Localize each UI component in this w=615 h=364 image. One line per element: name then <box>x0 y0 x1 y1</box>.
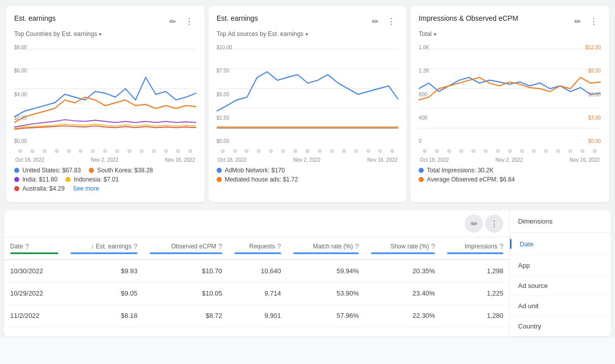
chart-title-3: Impressions & Observed eCPM <box>419 14 518 22</box>
charts-row: Est. earnings ✏ ⋮ Top Countries by Est. … <box>0 0 615 208</box>
help-icon-match[interactable]: ? <box>355 242 359 250</box>
cell-ecpm-1: $10.05 <box>144 282 228 305</box>
legend-row-1b: India: $11.80 Indonesia: $7.01 <box>14 176 196 183</box>
chart-header-1: Est. earnings ✏ ⋮ <box>14 14 196 28</box>
chart-title-1: Est. earnings <box>14 14 56 22</box>
y-axis-3-right: $12.00$9.00$6.00$3.00$0.00 <box>585 44 601 145</box>
chart-subtitle-1[interactable]: Top Countries by Est. earnings ▾ <box>14 30 196 38</box>
subtitle-dropdown-2: ▾ <box>305 31 308 37</box>
cell-requests-2: 9,901 <box>228 305 287 327</box>
dimension-item-ad-source[interactable]: Ad source <box>510 276 611 296</box>
legend-item-us: United States: $67.83 <box>14 167 81 174</box>
sort-icon-earnings: ↓ <box>91 243 94 250</box>
cell-match-2: 57.96% <box>287 305 365 327</box>
table-edit-button[interactable]: ✏ <box>465 214 483 233</box>
y-axis-1: $8.00$6.00$4.00$2.00$0.00 <box>14 44 27 145</box>
edit-button-2[interactable]: ✏ <box>368 14 382 28</box>
data-table: Date ? ↓ Est. earnings ? <box>4 237 509 327</box>
legend-dot-australia <box>14 186 19 191</box>
legend-item-admob: AdMob Network: $170 <box>217 167 285 174</box>
col-earnings: ↓ Est. earnings ? <box>64 237 143 260</box>
chart-subtitle-2[interactable]: Top Ad sources by Est. earnings ▾ <box>217 30 399 38</box>
legend-dot-impressions <box>419 168 424 173</box>
table-row: 11/2/2022 $8.18 $8.72 9,901 57.96% 22.30… <box>4 305 509 327</box>
cell-date-2: 11/2/2022 <box>4 305 64 327</box>
col-ecpm: Observed eCPM ? <box>144 237 228 260</box>
legend-item-impressions: Total Impressions: 30.2K <box>419 167 493 174</box>
cell-requests-1: 9,714 <box>228 282 287 305</box>
subtitle-dropdown-1: ▾ <box>99 31 101 37</box>
chart-actions-1: ✏ ⋮ <box>166 14 196 28</box>
cell-ecpm-0: $10.70 <box>144 260 228 282</box>
cell-earnings-1: $9.05 <box>64 282 143 305</box>
help-icon-show[interactable]: ? <box>431 242 435 250</box>
cell-earnings-0: $9.93 <box>64 260 143 282</box>
y-axis-3-left: 1.6K1.2K8004000 <box>419 44 429 145</box>
legend-row-3a: Total Impressions: 30.2K <box>419 167 601 174</box>
cell-match-0: 59.94% <box>287 260 365 282</box>
table-row: 10/29/2022 $9.05 $10.05 9,714 53.90% 23.… <box>4 282 509 305</box>
more-button-3[interactable]: ⋮ <box>587 14 601 28</box>
dimension-item-app[interactable]: App <box>510 256 611 276</box>
legend-dot-sk <box>89 168 94 173</box>
table-row: 10/30/2022 $9.93 $10.70 10,640 59.94% 20… <box>4 260 509 282</box>
legend-item-ecpm: Average Observed eCPM: $6.84 <box>419 176 515 183</box>
legend-item-mediated: Mediated house ads: $1.72 <box>217 176 298 183</box>
col-date: Date ? <box>4 237 64 260</box>
legend-1: United States: $67.83 South Korea: $38.2… <box>14 167 196 192</box>
help-icon-earnings[interactable]: ? <box>133 242 138 250</box>
legend-dot-us <box>14 168 19 173</box>
more-button-1[interactable]: ⋮ <box>182 14 196 28</box>
chart-title-2: Est. earnings <box>217 14 258 22</box>
legend-dot-mediated <box>217 177 222 182</box>
edit-button-1[interactable]: ✏ <box>166 14 180 28</box>
legend-row-3b: Average Observed eCPM: $6.84 <box>419 176 601 183</box>
chart-svg-3 <box>419 44 601 145</box>
see-more-button[interactable]: See more <box>73 185 99 192</box>
dimensions-title: Dimensions <box>510 210 611 233</box>
legend-2: AdMob Network: $170 Mediated house ads: … <box>217 167 399 183</box>
table-more-button[interactable]: ⋮ <box>485 214 503 233</box>
x-labels-2: Oct 18, 2022 Nov 2, 2022 Nov 16, 2022 <box>217 157 399 163</box>
help-icon-impressions[interactable]: ? <box>499 242 503 250</box>
chart-header-3: Impressions & Observed eCPM ✏ ⋮ <box>419 14 601 28</box>
cell-impressions-2: 1,280 <box>441 305 509 327</box>
chart-subtitle-3[interactable]: Total ▾ <box>419 30 601 38</box>
chart-dots-2 <box>217 149 399 153</box>
table-toolbar: ✏ ⋮ <box>4 210 509 237</box>
subtitle-dropdown-3: ▾ <box>434 31 436 37</box>
help-icon-requests[interactable]: ? <box>277 242 281 250</box>
legend-item-sk: South Korea: $38.28 <box>89 167 153 174</box>
legend-row-1a: United States: $67.83 South Korea: $38.2… <box>14 167 196 174</box>
chart-area-3: 1.6K1.2K8004000 $12.00$9.00$6.00$3.00$0.… <box>419 44 601 145</box>
chart-svg-2 <box>217 44 399 145</box>
dimension-item-date[interactable]: Date <box>510 233 611 256</box>
legend-item-indonesia: Indonesia: $7.01 <box>65 176 119 183</box>
chart-actions-2: ✏ ⋮ <box>368 14 398 28</box>
legend-item-australia: Australia: $4.29 <box>14 185 64 192</box>
legend-dot-admob <box>217 168 222 173</box>
cell-date-0: 10/30/2022 <box>4 260 64 282</box>
legend-dot-ecpm <box>419 177 424 182</box>
dimension-item-country[interactable]: Country <box>510 316 611 337</box>
bottom-section: ✏ ⋮ Date ? <box>4 210 611 337</box>
more-button-2[interactable]: ⋮ <box>384 14 398 28</box>
cell-show-1: 23.40% <box>365 282 441 305</box>
table-header-row: Date ? ↓ Est. earnings ? <box>4 237 509 260</box>
y-axis-2: $10.00$7.50$5.00$2.50$0.00 <box>217 44 232 145</box>
help-icon-ecpm[interactable]: ? <box>218 242 222 250</box>
dimension-item-ad-unit[interactable]: Ad unit <box>510 296 611 316</box>
chart-svg-1 <box>14 44 196 145</box>
x-labels-3: Oct 18, 2022 Nov 2, 2022 Nov 16, 2022 <box>419 157 601 163</box>
legend-dot-india <box>14 177 19 182</box>
help-icon-date[interactable]: ? <box>25 242 29 250</box>
chart-area-2: $10.00$7.50$5.00$2.50$0.00 <box>217 44 399 145</box>
dimensions-panel: Dimensions Date App Ad source Ad unit Co… <box>509 210 611 337</box>
cell-requests-0: 10,640 <box>228 260 287 282</box>
cell-impressions-1: 1,225 <box>441 282 509 305</box>
legend-3: Total Impressions: 30.2K Average Observe… <box>419 167 601 183</box>
edit-button-3[interactable]: ✏ <box>570 14 585 28</box>
legend-row-2a: AdMob Network: $170 <box>217 167 399 174</box>
chart-actions-3: ✏ ⋮ <box>570 14 601 28</box>
legend-dot-indonesia <box>65 177 71 182</box>
